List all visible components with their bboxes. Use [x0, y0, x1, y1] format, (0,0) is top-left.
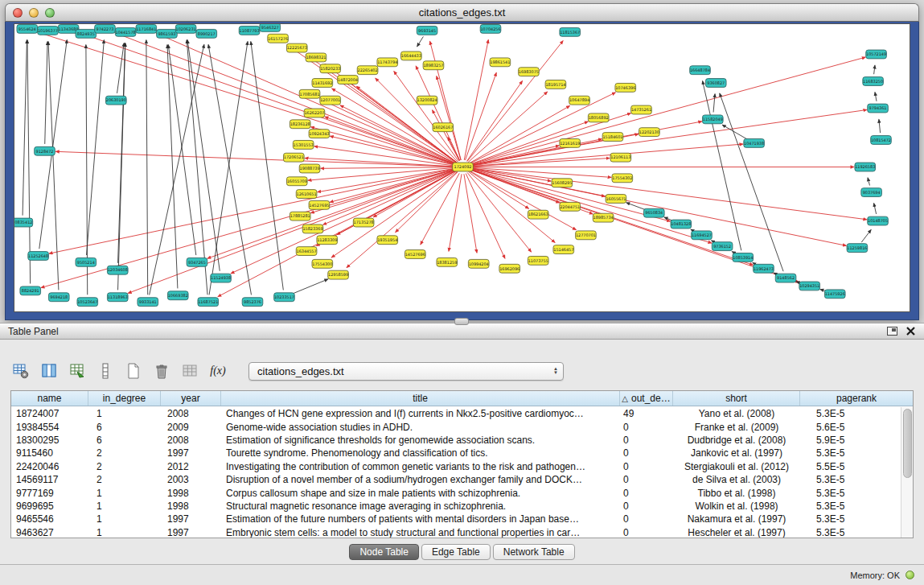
- network-node[interactable]: 17554300: [312, 259, 333, 268]
- network-node[interactable]: 10481328: [671, 220, 692, 229]
- network-node[interactable]: 13200824: [417, 96, 437, 105]
- column-header-short[interactable]: short: [673, 391, 800, 406]
- network-node[interactable]: 10994204: [468, 259, 489, 268]
- network-edge[interactable]: [330, 169, 456, 203]
- network-node[interactable]: 11743794: [377, 58, 398, 67]
- network-node[interactable]: 10206231: [175, 24, 196, 33]
- network-node[interactable]: 22265402: [357, 66, 378, 75]
- network-node[interactable]: 20630190: [105, 96, 126, 105]
- network-edge[interactable]: [874, 65, 875, 74]
- network-node[interactable]: 9546327: [260, 23, 281, 31]
- network-edge[interactable]: [55, 151, 455, 167]
- network-node[interactable]: 11694527: [692, 231, 713, 240]
- network-node[interactable]: 9148562: [775, 274, 796, 282]
- network-edge[interactable]: [470, 144, 743, 167]
- network-node[interactable]: 9861593: [157, 29, 178, 38]
- network-node[interactable]: 15823369: [302, 225, 323, 233]
- network-edge[interactable]: [207, 170, 456, 259]
- network-edge[interactable]: [187, 40, 220, 271]
- network-node[interactable]: 11683250: [863, 77, 884, 86]
- table-row[interactable]: 2242004622012Investigating the contribut…: [11, 460, 901, 473]
- table-settings-button[interactable]: [10, 360, 31, 381]
- column-header-pagerank[interactable]: pagerank: [800, 391, 913, 406]
- network-edge[interactable]: [86, 45, 88, 295]
- network-node[interactable]: 18621663: [528, 210, 548, 219]
- close-panel-button[interactable]: [906, 326, 916, 336]
- network-edge[interactable]: [23, 40, 27, 216]
- network-edge[interactable]: [703, 81, 741, 251]
- network-edge[interactable]: [27, 40, 31, 284]
- network-node[interactable]: 9037694: [861, 188, 882, 197]
- network-node[interactable]: 18381259: [437, 257, 458, 266]
- network-edge[interactable]: [467, 172, 532, 252]
- network-edge[interactable]: [45, 42, 47, 144]
- network-node[interactable]: 12202130: [639, 128, 660, 137]
- network-node[interactable]: 12034608: [107, 266, 128, 274]
- network-node[interactable]: 9933141: [138, 298, 158, 307]
- network-edge[interactable]: [470, 109, 867, 166]
- network-node[interactable]: 10196377: [38, 26, 59, 35]
- network-node[interactable]: 11259816: [847, 244, 868, 253]
- merge-table-button[interactable]: [179, 360, 200, 381]
- network-node[interactable]: 10148705: [868, 216, 889, 225]
- network-node[interactable]: 19861541: [490, 58, 511, 67]
- network-node[interactable]: 16055671: [606, 195, 626, 204]
- network-node[interactable]: 18983257: [423, 61, 444, 70]
- import-table-button[interactable]: [67, 360, 88, 381]
- network-node[interactable]: 16157276: [268, 34, 289, 43]
- network-edge[interactable]: [38, 32, 456, 165]
- network-node[interactable]: 15608295: [552, 179, 573, 187]
- network-node[interactable]: 15146457: [553, 245, 574, 254]
- network-edge[interactable]: [168, 45, 196, 256]
- network-node[interactable]: 10669382: [167, 291, 188, 300]
- column-header-in-degree[interactable]: in_degree: [88, 391, 161, 406]
- network-node[interactable]: 10853914: [733, 253, 754, 262]
- table-row[interactable]: 1830029562008Estimation of significance …: [11, 434, 901, 447]
- network-edge[interactable]: [373, 171, 457, 217]
- network-node[interactable]: 11962473: [754, 264, 774, 273]
- network-edge[interactable]: [465, 72, 496, 160]
- network-node[interactable]: 12225673: [286, 43, 307, 52]
- network-node[interactable]: 10471938: [744, 139, 765, 148]
- network-edge[interactable]: [449, 174, 462, 251]
- network-node[interactable]: 11926583: [855, 163, 876, 171]
- network-edge[interactable]: [321, 167, 456, 169]
- network-node[interactable]: 9852376: [242, 298, 263, 307]
- table-row[interactable]: 969969511998Structural magnetic resonanc…: [11, 500, 901, 513]
- tab-node-table[interactable]: Node Table: [349, 544, 419, 560]
- network-node[interactable]: 16983075: [519, 68, 540, 76]
- network-node[interactable]: 10294351: [799, 282, 820, 290]
- network-edge[interactable]: [464, 39, 488, 159]
- float-panel-button[interactable]: [887, 327, 897, 336]
- row-options-button[interactable]: [95, 360, 116, 381]
- network-node[interactable]: 9794361: [868, 104, 889, 113]
- network-node[interactable]: 8824935: [76, 29, 97, 38]
- network-edge[interactable]: [187, 40, 207, 295]
- network-node[interactable]: 11475926: [824, 290, 845, 299]
- network-node[interactable]: 16648784: [690, 66, 711, 75]
- network-node[interactable]: 11716841: [136, 24, 157, 33]
- table-row[interactable]: 1938455462009Genome-wide association stu…: [11, 420, 901, 433]
- network-node[interactable]: 16026167: [433, 123, 454, 132]
- table-selector-dropdown[interactable]: citations_edges.txt ▲▼: [248, 362, 564, 381]
- network-edge[interactable]: [310, 169, 456, 213]
- network-node[interactable]: 10924343: [309, 130, 330, 138]
- network-node[interactable]: 16262207: [304, 109, 325, 117]
- column-header-out-degree[interactable]: △out_de…: [620, 391, 673, 406]
- network-node[interactable]: 17206521: [283, 153, 304, 162]
- network-node[interactable]: 18236128: [290, 120, 310, 129]
- network-edge[interactable]: [713, 94, 715, 113]
- network-edge[interactable]: [167, 45, 178, 289]
- network-edge[interactable]: [79, 32, 456, 164]
- network-edge[interactable]: [868, 178, 869, 186]
- network-node[interactable]: 9554624: [17, 24, 38, 33]
- network-edge[interactable]: [251, 42, 283, 290]
- table-row[interactable]: 1456911722003Disruption of a novel membe…: [11, 473, 901, 486]
- table-row[interactable]: 946554611997Estimation of the future num…: [11, 513, 901, 525]
- network-node[interactable]: 10746396: [615, 83, 636, 92]
- network-node[interactable]: 9693145: [417, 26, 437, 35]
- network-edge[interactable]: [874, 204, 877, 214]
- memory-indicator-icon[interactable]: [906, 571, 914, 579]
- network-node[interactable]: 9360827: [705, 79, 726, 88]
- scrollbar-thumb[interactable]: [903, 409, 912, 478]
